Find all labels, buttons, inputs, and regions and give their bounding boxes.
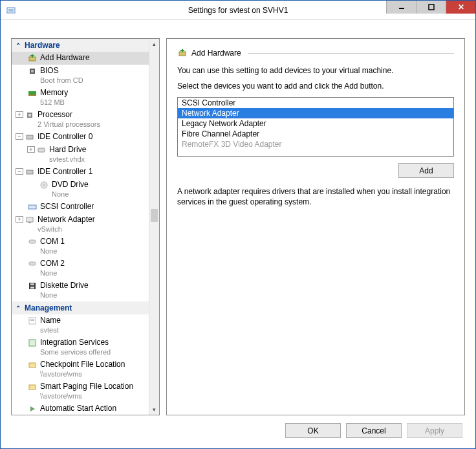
settings-tree[interactable]: ⌃ Hardware Add Hardware BIOS Boot from C… bbox=[12, 39, 149, 415]
tree-item-scsi[interactable]: SCSI Controller bbox=[12, 201, 149, 214]
tree-item-processor[interactable]: + Processor 2 Virtual processors bbox=[12, 109, 149, 131]
tree-item-diskette[interactable]: Diskette Drive None bbox=[12, 279, 149, 301]
tree-item-add-hardware[interactable]: Add Hardware bbox=[12, 52, 149, 65]
cancel-button[interactable]: Cancel bbox=[346, 423, 402, 438]
svg-rect-21 bbox=[29, 240, 36, 243]
close-button[interactable]: ✕ bbox=[446, 1, 475, 14]
serial-icon bbox=[27, 259, 38, 269]
toolbar bbox=[1, 20, 475, 38]
svg-rect-10 bbox=[28, 94, 36, 96]
collapse-icon: ⌃ bbox=[16, 305, 21, 312]
processor-icon bbox=[25, 110, 35, 120]
tree-item-memory[interactable]: Memory 512 MB bbox=[12, 87, 149, 109]
scroll-thumb[interactable] bbox=[151, 209, 158, 222]
device-item[interactable]: Fibre Channel Adapter bbox=[178, 129, 453, 139]
tree-item-ide1[interactable]: − IDE Controller 1 bbox=[12, 166, 149, 179]
tree-item-label: Add Hardware bbox=[40, 53, 90, 63]
svg-rect-25 bbox=[30, 287, 34, 289]
tree-item-bios[interactable]: BIOS Boot from CD bbox=[12, 65, 149, 87]
collapse-icon: ⌃ bbox=[16, 42, 21, 49]
tree-item-dvd[interactable]: DVD Drive None bbox=[12, 179, 149, 201]
svg-rect-8 bbox=[31, 70, 34, 72]
svg-rect-15 bbox=[27, 170, 33, 174]
expand-icon[interactable]: + bbox=[27, 146, 35, 153]
device-item: RemoteFX 3D Video Adapter bbox=[178, 139, 453, 149]
tree-item-checkpoint[interactable]: Checkpoint File Location \\svstore\vms bbox=[12, 358, 149, 380]
ok-button[interactable]: OK bbox=[285, 423, 341, 438]
chip-icon bbox=[27, 66, 38, 76]
add-hardware-icon bbox=[177, 48, 188, 58]
apply-button[interactable]: Apply bbox=[407, 423, 462, 438]
network-icon bbox=[25, 215, 35, 225]
scroll-up-button[interactable]: ▴ bbox=[149, 39, 159, 49]
tree-item-sublabel: None bbox=[40, 268, 65, 278]
tree-item-label: COM 1 bbox=[40, 237, 65, 246]
svg-rect-18 bbox=[28, 205, 36, 209]
controller-icon bbox=[25, 167, 35, 177]
tree-item-paging[interactable]: Smart Paging File Location \\svstore\vms bbox=[12, 380, 149, 402]
svg-rect-36 bbox=[180, 50, 184, 51]
tree-item-label: Smart Paging File Location bbox=[40, 382, 133, 391]
tree-item-ide0[interactable]: − IDE Controller 0 bbox=[12, 131, 149, 144]
device-item[interactable]: SCSI Controller bbox=[178, 98, 453, 108]
add-button[interactable]: Add bbox=[398, 163, 454, 178]
svg-rect-14 bbox=[38, 148, 45, 152]
tree-item-label: Diskette Drive bbox=[40, 281, 89, 290]
tree-section-management[interactable]: ⌃ Management bbox=[12, 301, 149, 314]
controller-icon bbox=[25, 132, 35, 142]
svg-rect-30 bbox=[29, 363, 36, 367]
detail-title: Add Hardware bbox=[191, 49, 241, 58]
svg-rect-6 bbox=[30, 55, 34, 56]
tree-item-label: Processor bbox=[38, 110, 100, 120]
tree-item-sublabel: \\svstore\vms bbox=[40, 369, 125, 379]
tree-item-sublabel: None bbox=[40, 290, 89, 300]
detail-hint: A network adapter requires drivers that … bbox=[177, 187, 454, 207]
tree-section-label: Management bbox=[25, 303, 72, 312]
maximize-button[interactable] bbox=[416, 1, 446, 14]
svg-rect-19 bbox=[27, 217, 33, 222]
tree-item-sublabel: None bbox=[52, 190, 89, 199]
dialog-footer: OK Cancel Apply bbox=[1, 415, 475, 448]
expand-icon[interactable]: + bbox=[16, 111, 23, 118]
collapse-icon[interactable]: − bbox=[16, 133, 23, 140]
settings-tree-panel: ⌃ Hardware Add Hardware BIOS Boot from C… bbox=[11, 38, 160, 415]
device-item[interactable]: Legacy Network Adapter bbox=[178, 118, 453, 129]
app-icon bbox=[6, 5, 16, 16]
tree-item-label: Integration Services bbox=[40, 338, 111, 347]
serial-icon bbox=[27, 237, 38, 247]
window-controls: ✕ bbox=[386, 1, 475, 19]
svg-rect-31 bbox=[29, 385, 36, 389]
tree-item-integration[interactable]: Integration Services Some services offer… bbox=[12, 336, 149, 358]
svg-rect-27 bbox=[30, 319, 34, 320]
scroll-track[interactable] bbox=[149, 49, 159, 404]
tree-item-hard-drive[interactable]: + Hard Drive svtest.vhdx bbox=[12, 144, 149, 166]
minimize-button[interactable] bbox=[386, 1, 416, 14]
svg-point-17 bbox=[43, 184, 45, 186]
collapse-icon[interactable]: − bbox=[16, 168, 23, 175]
device-item[interactable]: Network Adapter bbox=[178, 108, 453, 118]
device-list[interactable]: SCSI ControllerNetwork AdapterLegacy Net… bbox=[177, 97, 454, 157]
tree-item-label: BIOS bbox=[40, 66, 83, 76]
tree-item-name[interactable]: Name svtest bbox=[12, 314, 149, 336]
expand-icon[interactable]: + bbox=[16, 216, 23, 223]
tree-item-autostart[interactable]: Automatic Start Action None bbox=[12, 402, 149, 415]
integration-icon bbox=[27, 338, 38, 348]
tree-item-label: Hard Drive bbox=[49, 145, 86, 155]
tree-item-com2[interactable]: COM 2 None bbox=[12, 257, 149, 279]
scroll-down-button[interactable]: ▾ bbox=[149, 404, 159, 415]
add-hardware-icon bbox=[27, 53, 38, 63]
tree-item-com1[interactable]: COM 1 None bbox=[12, 235, 149, 257]
tree-item-label: Network Adapter bbox=[38, 215, 95, 224]
svg-rect-1 bbox=[8, 9, 14, 12]
tree-item-label: Name bbox=[40, 316, 61, 325]
detail-instruction: Select the devices you want to add and c… bbox=[177, 82, 454, 91]
svg-rect-13 bbox=[27, 135, 33, 139]
tree-section-hardware[interactable]: ⌃ Hardware bbox=[12, 39, 149, 52]
tree-item-sublabel: svtest bbox=[40, 325, 61, 335]
tree-scrollbar[interactable]: ▴ ▾ bbox=[149, 39, 159, 415]
tree-item-label: SCSI Controller bbox=[40, 202, 94, 212]
dvd-icon bbox=[39, 180, 49, 190]
tree-item-network[interactable]: + Network Adapter vSwitch bbox=[12, 214, 149, 235]
tree-item-label: DVD Drive bbox=[52, 180, 89, 190]
divider bbox=[248, 53, 454, 54]
